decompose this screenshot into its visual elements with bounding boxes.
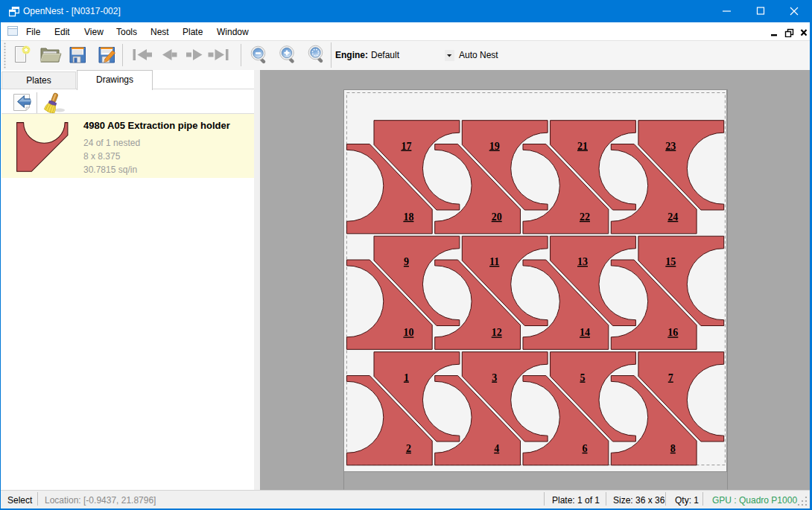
svg-text:6: 6 (583, 443, 588, 454)
svg-text:15: 15 (665, 256, 676, 267)
svg-text:10: 10 (403, 327, 413, 338)
svg-text:18: 18 (403, 211, 413, 223)
svg-text:22: 22 (580, 211, 590, 223)
svg-text:20: 20 (492, 211, 502, 223)
svg-text:8: 8 (670, 443, 676, 454)
svg-text:21: 21 (577, 141, 588, 152)
svg-text:17: 17 (401, 141, 411, 152)
svg-text:12: 12 (492, 327, 502, 338)
svg-text:7: 7 (668, 372, 673, 383)
svg-text:24: 24 (667, 211, 678, 223)
svg-text:23: 23 (665, 141, 676, 152)
svg-text:2: 2 (406, 443, 411, 454)
svg-text:19: 19 (489, 141, 500, 152)
svg-text:5: 5 (580, 372, 586, 383)
svg-text:9: 9 (404, 256, 409, 267)
svg-text:1: 1 (404, 372, 409, 383)
svg-text:16: 16 (667, 327, 678, 338)
svg-text:4: 4 (494, 443, 499, 454)
svg-text:3: 3 (492, 372, 497, 383)
svg-text:14: 14 (580, 327, 590, 338)
svg-text:13: 13 (577, 256, 588, 267)
svg-text:11: 11 (489, 256, 499, 267)
